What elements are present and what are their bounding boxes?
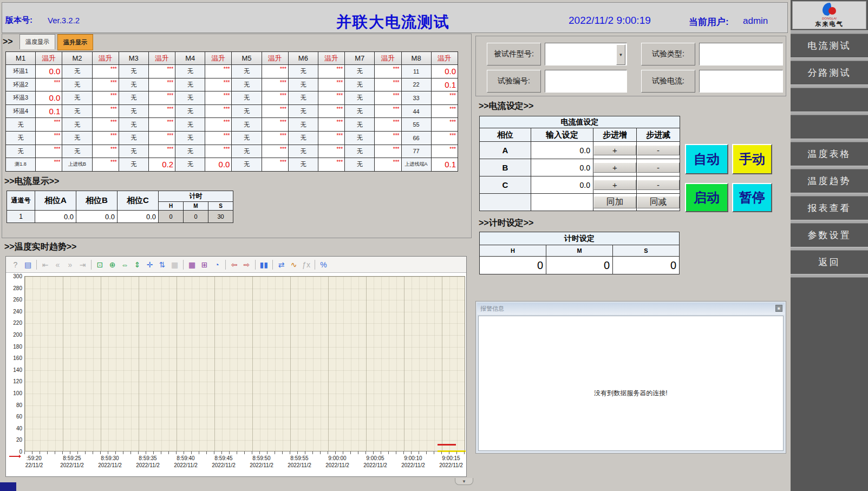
x-tick-label: 8:59:302022/11/2 xyxy=(91,455,129,469)
all-minus-button[interactable]: 同减 xyxy=(637,196,680,208)
test-number-input[interactable] xyxy=(545,70,627,93)
timer-set-S-input[interactable]: 0 xyxy=(613,257,680,274)
rise-value: *** xyxy=(375,145,401,158)
sidebar-item-6-报表查看[interactable]: 报表查看 xyxy=(791,197,868,220)
rewind-icon[interactable]: « xyxy=(52,259,63,270)
timer-set-title: >>计时设定>> xyxy=(479,218,533,229)
tab-temp-rise-display[interactable]: 温升显示 xyxy=(57,34,93,50)
percent-icon[interactable]: % xyxy=(318,259,329,270)
zoom-box-icon[interactable]: ⊡ xyxy=(94,259,106,270)
forward-icon[interactable]: » xyxy=(64,259,76,270)
chart-plot-area[interactable] xyxy=(24,276,465,451)
phase-B-set-input[interactable]: 0.0 xyxy=(531,159,593,176)
rise-value: *** xyxy=(148,78,175,91)
table-row: 环温30.0无***无***无***无***无***无***33*** xyxy=(6,91,458,105)
point-label: 无 xyxy=(288,78,318,91)
step-minus-cell: - xyxy=(637,176,680,194)
rise-value: *** xyxy=(205,91,232,105)
point-label: 22 xyxy=(401,78,431,91)
point-label: 无 xyxy=(6,131,36,145)
pan-icon[interactable]: ✛ xyxy=(144,259,155,270)
grid-icon[interactable]: ▦ xyxy=(169,259,180,270)
y-tick-label: 180 xyxy=(7,344,22,350)
point-label: 无 xyxy=(119,91,148,105)
sidebar-item-9-blank[interactable] xyxy=(791,278,868,301)
point-label: 测1.8 xyxy=(6,158,36,172)
phase-A-step-plus-button[interactable]: + xyxy=(593,145,636,155)
scroll-right-icon[interactable]: ⇨ xyxy=(241,259,252,270)
timer-set-H-input[interactable]: 0 xyxy=(480,257,546,274)
col-M8: M8 xyxy=(401,52,431,65)
combo-dropdown-arrow[interactable]: ▼ xyxy=(616,44,625,65)
brackets-icon[interactable]: ∿ xyxy=(288,259,299,270)
manual-button[interactable]: 手动 xyxy=(732,144,772,174)
rise-value: *** xyxy=(262,131,288,145)
phase-C-step-plus-button[interactable]: + xyxy=(593,180,636,190)
sidebar-item-5-温度趋势[interactable]: 温度趋势 xyxy=(791,169,868,193)
timer-set-M-input[interactable]: 0 xyxy=(546,257,613,274)
phase-C-step-minus-button[interactable]: - xyxy=(637,180,680,190)
rise-value: *** xyxy=(375,78,401,91)
fx-icon[interactable]: ƒx xyxy=(301,259,312,270)
test-current-label: 试验电流: xyxy=(641,70,695,93)
start-button[interactable]: 启动 xyxy=(685,183,728,212)
sidebar-item-1-分路测试[interactable]: 分路测试 xyxy=(791,61,868,84)
add-channel-icon[interactable]: ⊞ xyxy=(199,259,210,270)
phase-A-step-minus-button[interactable]: - xyxy=(637,145,680,155)
sidebar-separator xyxy=(791,274,868,278)
zoom-in-icon[interactable]: ⊕ xyxy=(107,259,118,270)
sidebar-item-7-参数设置[interactable]: 参数设置 xyxy=(791,224,868,247)
test-current-input[interactable] xyxy=(699,70,783,93)
rise-value: *** xyxy=(262,65,288,78)
pause-icon[interactable]: ▮▮ xyxy=(258,259,270,270)
timer-col-H: H xyxy=(480,245,546,257)
all-plus-button[interactable]: 同加 xyxy=(593,196,636,208)
temp-rise-table-wrap: M1温升M2温升M3温升M4温升M5温升M6温升M7温升M8温升环温10.0无*… xyxy=(5,51,458,171)
rise-value: *** xyxy=(431,131,458,145)
axis-scale-icon[interactable]: ⇅ xyxy=(156,259,168,270)
phase-B-step-minus-button[interactable]: - xyxy=(637,162,680,173)
col-M3-rise: 温升 xyxy=(148,52,175,65)
first-icon[interactable]: ⇤ xyxy=(40,259,51,270)
phase-C-set-input[interactable]: 0.0 xyxy=(531,176,593,194)
timer-col-S: S xyxy=(613,245,680,257)
help-icon[interactable]: ? xyxy=(10,259,21,270)
x-tick-label: 8:59:552022/11/2 xyxy=(280,455,318,469)
alarm-close-icon[interactable]: ■ xyxy=(775,305,782,312)
zoom-vertical-icon[interactable]: ⇕ xyxy=(132,259,143,270)
point-label: 无 xyxy=(345,91,375,105)
sidebar-item-0-电流测试[interactable]: 电流测试 xyxy=(791,34,868,57)
phase-label-empty xyxy=(480,194,531,211)
point-label: 无 xyxy=(345,118,375,132)
y-tick-label: 200 xyxy=(7,332,22,338)
last-icon[interactable]: ⇥ xyxy=(77,259,88,270)
set-col-0: 相位 xyxy=(480,128,531,142)
col-M6: M6 xyxy=(288,52,318,65)
channel-number: 1 xyxy=(7,211,35,223)
chart-collapse-handle[interactable]: ▼ xyxy=(455,478,473,485)
channels-icon[interactable]: ▦ xyxy=(186,259,198,270)
test-type-input[interactable] xyxy=(699,43,783,66)
tab-temperature-display[interactable]: 温度显示 xyxy=(19,34,55,49)
step-minus-cell: - xyxy=(637,142,680,159)
export-icon[interactable]: ▤ xyxy=(22,259,34,270)
zoom-horizontal-icon[interactable]: ⇔ xyxy=(119,259,130,270)
clock-icon[interactable]: ◔ xyxy=(211,259,223,270)
point-label: 无 xyxy=(345,158,375,172)
current-user-value: admin xyxy=(743,16,768,27)
auto-button[interactable]: 自动 xyxy=(685,144,728,174)
phase-B-step-plus-button[interactable]: + xyxy=(593,162,636,173)
phase-A-set-input[interactable]: 0.0 xyxy=(531,142,593,159)
sidebar-item-2-blank[interactable] xyxy=(791,88,868,112)
sidebar: DONGLAI 东来电气 电流测试分路测试温度表格温度趋势报表查看参数设置返回 xyxy=(791,0,868,491)
device-model-combobox[interactable]: ▼ xyxy=(545,43,627,66)
sidebar-item-3-blank[interactable] xyxy=(791,115,868,139)
rise-value: *** xyxy=(205,131,232,145)
transfer-icon[interactable]: ⇄ xyxy=(276,259,287,270)
pause-button[interactable]: 暂停 xyxy=(732,183,772,212)
sidebar-item-8-返回[interactable]: 返回 xyxy=(791,251,868,274)
sidebar-item-4-温度表格[interactable]: 温度表格 xyxy=(791,142,868,166)
point-label: 无 xyxy=(6,145,36,158)
x-tick-label: 8:59:252022/11/2 xyxy=(53,455,91,469)
scroll-left-icon[interactable]: ⇦ xyxy=(229,259,240,270)
